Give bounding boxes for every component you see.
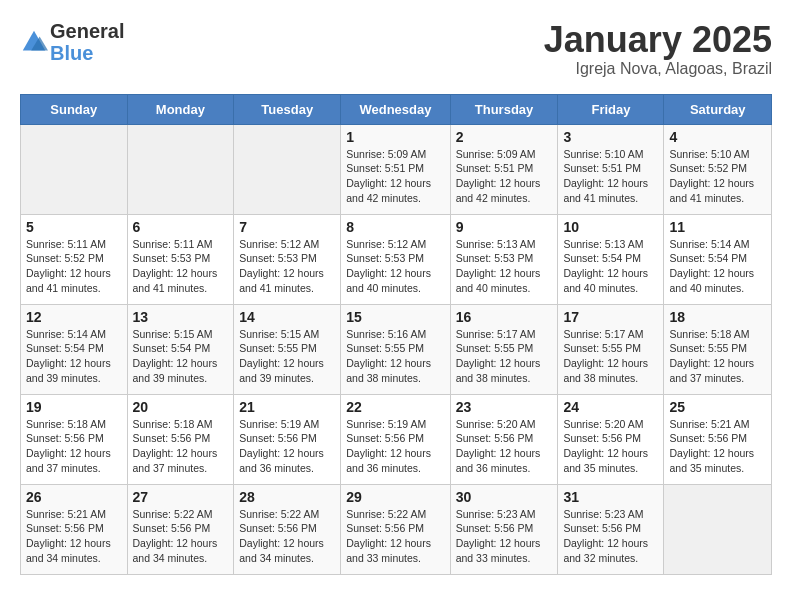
day-number: 3	[563, 129, 658, 145]
calendar-cell: 7Sunrise: 5:12 AMSunset: 5:53 PMDaylight…	[234, 214, 341, 304]
month-title: January 2025	[544, 20, 772, 60]
week-row-3: 12Sunrise: 5:14 AMSunset: 5:54 PMDayligh…	[21, 304, 772, 394]
day-info: Sunrise: 5:21 AMSunset: 5:56 PMDaylight:…	[669, 417, 766, 476]
day-info: Sunrise: 5:12 AMSunset: 5:53 PMDaylight:…	[239, 237, 335, 296]
calendar-cell: 17Sunrise: 5:17 AMSunset: 5:55 PMDayligh…	[558, 304, 664, 394]
calendar-cell: 24Sunrise: 5:20 AMSunset: 5:56 PMDayligh…	[558, 394, 664, 484]
day-info: Sunrise: 5:18 AMSunset: 5:56 PMDaylight:…	[133, 417, 229, 476]
calendar-cell: 8Sunrise: 5:12 AMSunset: 5:53 PMDaylight…	[341, 214, 450, 304]
calendar-cell: 18Sunrise: 5:18 AMSunset: 5:55 PMDayligh…	[664, 304, 772, 394]
calendar-cell: 3Sunrise: 5:10 AMSunset: 5:51 PMDaylight…	[558, 124, 664, 214]
day-number: 11	[669, 219, 766, 235]
calendar-cell	[21, 124, 128, 214]
logo-icon	[20, 28, 48, 56]
page-header: General Blue January 2025 Igreja Nova, A…	[20, 20, 772, 78]
calendar-cell: 25Sunrise: 5:21 AMSunset: 5:56 PMDayligh…	[664, 394, 772, 484]
calendar-cell: 20Sunrise: 5:18 AMSunset: 5:56 PMDayligh…	[127, 394, 234, 484]
weekday-header-saturday: Saturday	[664, 94, 772, 124]
day-number: 23	[456, 399, 553, 415]
day-info: Sunrise: 5:19 AMSunset: 5:56 PMDaylight:…	[239, 417, 335, 476]
day-info: Sunrise: 5:20 AMSunset: 5:56 PMDaylight:…	[456, 417, 553, 476]
day-info: Sunrise: 5:18 AMSunset: 5:55 PMDaylight:…	[669, 327, 766, 386]
calendar-cell: 30Sunrise: 5:23 AMSunset: 5:56 PMDayligh…	[450, 484, 558, 574]
day-info: Sunrise: 5:18 AMSunset: 5:56 PMDaylight:…	[26, 417, 122, 476]
day-info: Sunrise: 5:14 AMSunset: 5:54 PMDaylight:…	[669, 237, 766, 296]
day-number: 24	[563, 399, 658, 415]
calendar-cell	[234, 124, 341, 214]
day-info: Sunrise: 5:12 AMSunset: 5:53 PMDaylight:…	[346, 237, 444, 296]
day-info: Sunrise: 5:14 AMSunset: 5:54 PMDaylight:…	[26, 327, 122, 386]
day-number: 15	[346, 309, 444, 325]
day-info: Sunrise: 5:22 AMSunset: 5:56 PMDaylight:…	[133, 507, 229, 566]
location: Igreja Nova, Alagoas, Brazil	[544, 60, 772, 78]
day-info: Sunrise: 5:23 AMSunset: 5:56 PMDaylight:…	[456, 507, 553, 566]
day-info: Sunrise: 5:15 AMSunset: 5:55 PMDaylight:…	[239, 327, 335, 386]
day-info: Sunrise: 5:16 AMSunset: 5:55 PMDaylight:…	[346, 327, 444, 386]
day-info: Sunrise: 5:10 AMSunset: 5:51 PMDaylight:…	[563, 147, 658, 206]
day-info: Sunrise: 5:23 AMSunset: 5:56 PMDaylight:…	[563, 507, 658, 566]
calendar-cell: 13Sunrise: 5:15 AMSunset: 5:54 PMDayligh…	[127, 304, 234, 394]
calendar-cell: 14Sunrise: 5:15 AMSunset: 5:55 PMDayligh…	[234, 304, 341, 394]
calendar-cell: 10Sunrise: 5:13 AMSunset: 5:54 PMDayligh…	[558, 214, 664, 304]
calendar-cell: 28Sunrise: 5:22 AMSunset: 5:56 PMDayligh…	[234, 484, 341, 574]
day-number: 9	[456, 219, 553, 235]
day-info: Sunrise: 5:13 AMSunset: 5:54 PMDaylight:…	[563, 237, 658, 296]
day-number: 16	[456, 309, 553, 325]
day-number: 10	[563, 219, 658, 235]
calendar-cell: 16Sunrise: 5:17 AMSunset: 5:55 PMDayligh…	[450, 304, 558, 394]
day-info: Sunrise: 5:17 AMSunset: 5:55 PMDaylight:…	[456, 327, 553, 386]
day-number: 13	[133, 309, 229, 325]
day-number: 6	[133, 219, 229, 235]
calendar-cell: 9Sunrise: 5:13 AMSunset: 5:53 PMDaylight…	[450, 214, 558, 304]
calendar-cell: 6Sunrise: 5:11 AMSunset: 5:53 PMDaylight…	[127, 214, 234, 304]
day-info: Sunrise: 5:21 AMSunset: 5:56 PMDaylight:…	[26, 507, 122, 566]
weekday-header-tuesday: Tuesday	[234, 94, 341, 124]
calendar-cell: 23Sunrise: 5:20 AMSunset: 5:56 PMDayligh…	[450, 394, 558, 484]
logo-blue-text: Blue	[50, 42, 124, 64]
calendar-cell	[664, 484, 772, 574]
calendar-cell: 26Sunrise: 5:21 AMSunset: 5:56 PMDayligh…	[21, 484, 128, 574]
day-info: Sunrise: 5:11 AMSunset: 5:53 PMDaylight:…	[133, 237, 229, 296]
day-number: 31	[563, 489, 658, 505]
calendar-cell: 29Sunrise: 5:22 AMSunset: 5:56 PMDayligh…	[341, 484, 450, 574]
day-info: Sunrise: 5:09 AMSunset: 5:51 PMDaylight:…	[346, 147, 444, 206]
day-number: 29	[346, 489, 444, 505]
weekday-header-monday: Monday	[127, 94, 234, 124]
calendar-cell: 27Sunrise: 5:22 AMSunset: 5:56 PMDayligh…	[127, 484, 234, 574]
week-row-5: 26Sunrise: 5:21 AMSunset: 5:56 PMDayligh…	[21, 484, 772, 574]
day-number: 19	[26, 399, 122, 415]
day-number: 1	[346, 129, 444, 145]
day-info: Sunrise: 5:20 AMSunset: 5:56 PMDaylight:…	[563, 417, 658, 476]
title-block: January 2025 Igreja Nova, Alagoas, Brazi…	[544, 20, 772, 78]
week-row-1: 1Sunrise: 5:09 AMSunset: 5:51 PMDaylight…	[21, 124, 772, 214]
day-number: 8	[346, 219, 444, 235]
day-info: Sunrise: 5:15 AMSunset: 5:54 PMDaylight:…	[133, 327, 229, 386]
week-row-2: 5Sunrise: 5:11 AMSunset: 5:52 PMDaylight…	[21, 214, 772, 304]
day-number: 18	[669, 309, 766, 325]
day-number: 2	[456, 129, 553, 145]
calendar-cell: 22Sunrise: 5:19 AMSunset: 5:56 PMDayligh…	[341, 394, 450, 484]
week-row-4: 19Sunrise: 5:18 AMSunset: 5:56 PMDayligh…	[21, 394, 772, 484]
weekday-header-wednesday: Wednesday	[341, 94, 450, 124]
day-number: 14	[239, 309, 335, 325]
day-number: 22	[346, 399, 444, 415]
day-number: 28	[239, 489, 335, 505]
day-info: Sunrise: 5:13 AMSunset: 5:53 PMDaylight:…	[456, 237, 553, 296]
calendar-cell: 21Sunrise: 5:19 AMSunset: 5:56 PMDayligh…	[234, 394, 341, 484]
logo: General Blue	[20, 20, 124, 64]
logo-general-text: General	[50, 20, 124, 42]
day-number: 5	[26, 219, 122, 235]
calendar-cell: 11Sunrise: 5:14 AMSunset: 5:54 PMDayligh…	[664, 214, 772, 304]
calendar-cell: 5Sunrise: 5:11 AMSunset: 5:52 PMDaylight…	[21, 214, 128, 304]
calendar-cell: 2Sunrise: 5:09 AMSunset: 5:51 PMDaylight…	[450, 124, 558, 214]
calendar-cell: 31Sunrise: 5:23 AMSunset: 5:56 PMDayligh…	[558, 484, 664, 574]
weekday-header-thursday: Thursday	[450, 94, 558, 124]
weekday-header-friday: Friday	[558, 94, 664, 124]
day-info: Sunrise: 5:10 AMSunset: 5:52 PMDaylight:…	[669, 147, 766, 206]
day-info: Sunrise: 5:22 AMSunset: 5:56 PMDaylight:…	[346, 507, 444, 566]
day-info: Sunrise: 5:11 AMSunset: 5:52 PMDaylight:…	[26, 237, 122, 296]
day-number: 30	[456, 489, 553, 505]
day-number: 25	[669, 399, 766, 415]
day-info: Sunrise: 5:09 AMSunset: 5:51 PMDaylight:…	[456, 147, 553, 206]
calendar-cell: 19Sunrise: 5:18 AMSunset: 5:56 PMDayligh…	[21, 394, 128, 484]
